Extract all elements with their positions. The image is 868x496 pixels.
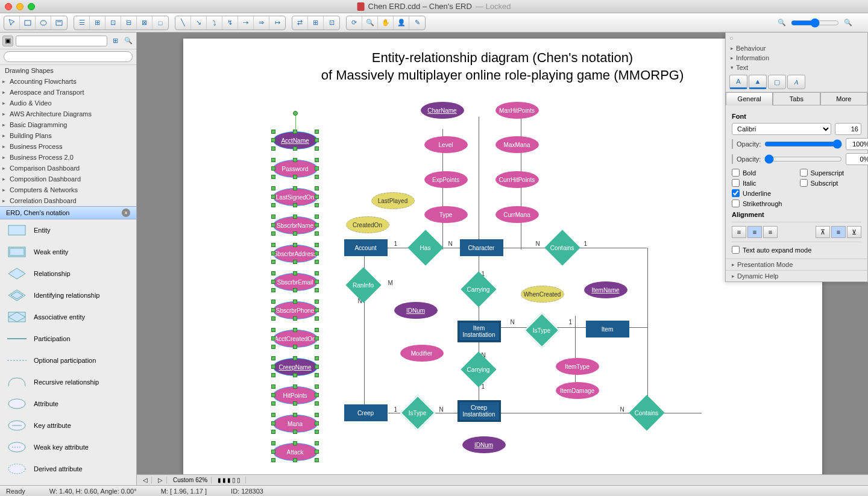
align-center[interactable]: ≡	[747, 226, 762, 238]
valign-bottom[interactable]: ⊻	[847, 226, 861, 238]
attr-currhitpoints[interactable]: CurrHitPoints	[495, 171, 539, 188]
tree-tool-4[interactable]: ⊟	[121, 16, 137, 30]
selection-handle[interactable]	[315, 316, 319, 321]
entity-item[interactable]: Item	[586, 321, 629, 337]
selection-handle[interactable]	[293, 231, 297, 236]
opacity-value-2[interactable]	[846, 153, 868, 165]
selection-handle[interactable]	[293, 271, 297, 275]
attr-createdon[interactable]: CreatedOn	[346, 216, 389, 233]
person-tool[interactable]: 👤	[394, 16, 409, 30]
presentation-mode[interactable]: Presentation Mode	[726, 259, 867, 270]
selection-handle[interactable]	[271, 430, 275, 434]
selection-handle[interactable]	[315, 260, 319, 264]
font-size-input[interactable]	[835, 123, 861, 135]
zoom-out-icon[interactable]: 🔍	[778, 19, 786, 27]
rotation-handle[interactable]	[293, 111, 298, 116]
align-right[interactable]: ≡	[763, 226, 778, 238]
text-highlight-icon[interactable]: ▲	[749, 75, 767, 89]
rel-carrying1[interactable]: Carrying	[466, 277, 491, 302]
selection-handle[interactable]	[315, 251, 319, 256]
selection-handle[interactable]	[293, 175, 297, 179]
attr-itemtype[interactable]: ItemType	[556, 358, 599, 375]
selection-handle[interactable]	[271, 130, 275, 134]
shape-search[interactable]	[4, 51, 133, 62]
selection-handle[interactable]	[271, 316, 275, 321]
chk-italic[interactable]: Italic	[732, 179, 794, 187]
group-tool[interactable]: ⊞	[308, 16, 324, 30]
library-icon[interactable]: ▣	[2, 36, 13, 46]
shape-attribute[interactable]: Attribute	[0, 393, 136, 415]
selection-handle[interactable]	[315, 231, 319, 236]
shape-recursive[interactable]: Recursive relationship	[0, 371, 136, 393]
selection-handle[interactable]	[293, 356, 297, 360]
fill-swatch[interactable]	[732, 139, 733, 149]
selection-handle[interactable]	[271, 336, 275, 341]
selection-handle[interactable]	[293, 458, 297, 462]
selection-handle[interactable]	[271, 458, 275, 462]
rect-tool[interactable]	[20, 16, 36, 30]
selection-handle[interactable]	[315, 195, 319, 199]
shape-weak-key-attribute[interactable]: Weak key attribute	[0, 436, 136, 458]
selection-handle[interactable]	[315, 356, 319, 360]
selection-handle[interactable]	[315, 413, 319, 417]
chk-underline[interactable]: Underline	[732, 189, 794, 197]
attr-type[interactable]: Type	[424, 206, 468, 223]
dynamic-help[interactable]: Dynamic Help	[726, 270, 867, 281]
section-information[interactable]: Information	[726, 53, 867, 63]
attr-idnum1[interactable]: IDNum	[394, 302, 438, 319]
selection-handle[interactable]	[271, 186, 275, 190]
selection-handle[interactable]	[271, 231, 275, 236]
attr-level[interactable]: Level	[424, 136, 468, 153]
opacity-slider-1[interactable]	[764, 139, 842, 149]
selection-handle[interactable]	[271, 288, 275, 292]
selection-handle[interactable]	[271, 271, 275, 275]
connector-6[interactable]: ⇒	[254, 16, 269, 30]
lib-composition[interactable]: Composition Dashboard	[0, 174, 136, 184]
tab-tabs[interactable]: Tabs	[773, 92, 820, 105]
selection-handle[interactable]	[315, 345, 319, 349]
connector-3[interactable]: ⤵	[207, 16, 222, 30]
attr-itemdamage[interactable]: ItemDamage	[556, 382, 599, 399]
selection-handle[interactable]	[271, 175, 275, 179]
selection-handle[interactable]	[271, 300, 275, 304]
lib-audio[interactable]: Audio & Video	[0, 98, 136, 108]
shape-key-attribute[interactable]: Key attribute	[0, 415, 136, 436]
attr-idnum2[interactable]: IDNum	[462, 436, 506, 453]
attr-currmana[interactable]: CurrMana	[495, 206, 539, 223]
minimize-window[interactable]	[16, 3, 24, 10]
selection-handle[interactable]	[271, 280, 275, 284]
selection-handle[interactable]	[315, 441, 319, 445]
selection-handle[interactable]	[271, 243, 275, 247]
selection-handle[interactable]	[315, 393, 319, 397]
connector-2[interactable]: ↘	[191, 16, 207, 30]
attr-modifier[interactable]: Modifier	[400, 345, 444, 362]
text-box-icon[interactable]: ▢	[768, 75, 786, 89]
selection-handle[interactable]	[293, 260, 297, 264]
shape-assoc-entity[interactable]: Associative entity	[0, 306, 136, 328]
selection-handle[interactable]	[315, 385, 319, 389]
selection-handle[interactable]	[271, 308, 275, 312]
selection-handle[interactable]	[315, 138, 319, 142]
shape-weak-entity[interactable]: Weak entity	[0, 241, 136, 263]
selection-handle[interactable]	[315, 175, 319, 179]
selection-handle[interactable]	[315, 365, 319, 369]
selection-handle[interactable]	[315, 430, 319, 434]
text-style-icon[interactable]: A	[787, 75, 805, 89]
selection-handle[interactable]	[293, 401, 297, 406]
selection-handle[interactable]	[315, 401, 319, 406]
selection-handle[interactable]	[271, 138, 275, 142]
entity-creep[interactable]: Creep	[344, 404, 388, 421]
refresh-tool[interactable]: ⟳	[347, 16, 362, 30]
rel-raninfo[interactable]: RanInfo	[351, 272, 376, 298]
selection-handle[interactable]	[293, 243, 297, 247]
selection-handle[interactable]	[271, 401, 275, 406]
tree-tool-5[interactable]: ⊠	[137, 16, 153, 30]
active-library[interactable]: ERD, Chen's notation ×	[0, 206, 136, 219]
lib-aerospace[interactable]: Aerospace and Transport	[0, 87, 136, 98]
selection-handle[interactable]	[315, 421, 319, 425]
shape-participation[interactable]: Participation	[0, 328, 136, 350]
connector-1[interactable]: ╲	[175, 16, 191, 30]
attr-whencreated[interactable]: WhenCreated	[521, 286, 564, 303]
chk-superscript[interactable]: Superscript	[800, 169, 862, 177]
selection-handle[interactable]	[271, 158, 275, 162]
